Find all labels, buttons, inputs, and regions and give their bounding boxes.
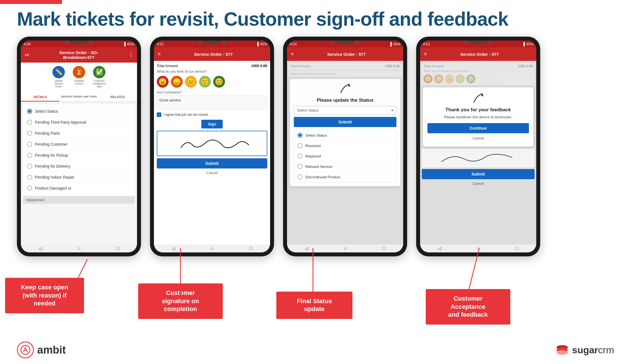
phone4-continue-button[interactable]: Continue [427, 123, 529, 133]
status-item-parts[interactable]: Pending Parts [23, 128, 135, 139]
phone4-time: 4:51 [423, 42, 430, 46]
radio3-replaced [297, 154, 303, 159]
phone3-title: Service Order - 577 [294, 52, 399, 57]
status-item-damaged[interactable]: Product Damaged or [23, 183, 135, 194]
phone3-shell: 4:51 ▌45% ≡ Service Order - 577 Total Am… [283, 37, 407, 256]
phone1-dot2 [90, 41, 92, 43]
phone2-comments-field[interactable]: Good service [157, 96, 267, 110]
emoji-very-happy[interactable]: 😊 [213, 76, 225, 88]
phone1-nav-recents[interactable]: □ [116, 246, 119, 251]
status-item-indoor[interactable]: Pending Indoor Repair [23, 172, 135, 183]
phone3-dot2 [356, 41, 359, 43]
svg-point-9 [557, 350, 568, 355]
phone4-cancel-link[interactable]: Cancel [427, 135, 529, 141]
phone4-nav-home[interactable]: ○ [477, 246, 480, 251]
phone2-comments-label: Any Comments? [157, 90, 267, 94]
phone2-screen-content: Total Amount USD 0.00 What do you think … [154, 61, 270, 245]
red-box1-text: Keep case open(with reason) ifneeded [21, 284, 68, 307]
phone3-radio-discontinued[interactable]: Discontinued Product [294, 172, 396, 182]
phone2-nav-recents[interactable]: □ [250, 246, 252, 251]
ambit-icon-svg [20, 345, 31, 355]
phone3-submit-button[interactable]: Submit [294, 117, 396, 127]
phone1-bottom-nav: ◁ ○ □ [21, 245, 137, 252]
tab-related[interactable]: RELATED [98, 93, 137, 101]
phone4-submit-area: Submit Cancel [422, 169, 535, 187]
phone4-thankyou-modal: Thank you for your feedback Please hando… [423, 87, 533, 147]
red-box4-text: CustomerAcceptanceand feedback [448, 295, 488, 318]
pending-actions-btn[interactable]: ⏳ Pending Actions [71, 66, 87, 88]
phone2-nav-back[interactable]: ◁ [172, 246, 175, 251]
phone2-menu-icon[interactable]: ≡ [158, 52, 160, 57]
phone2-nav-home[interactable]: ○ [211, 246, 214, 251]
phone2-agree-row: ✓ I agree that job can be closed. [157, 112, 267, 117]
emoji-neutral[interactable]: 😐 [185, 76, 197, 88]
phone4-cancel-link2[interactable]: Cancel [422, 180, 535, 187]
phone3-radio-refused[interactable]: Refused Service [294, 161, 396, 172]
phone2-cancel-link[interactable]: Cancel [157, 170, 267, 176]
status-item-customer[interactable]: Pending Customer [23, 139, 135, 150]
tab-details[interactable]: DETAILS [21, 93, 59, 101]
phone3-select-status[interactable]: Select Status ▾ [294, 106, 396, 115]
phone4-thankyou-title: Thank you for your feedback [427, 107, 529, 113]
status-item-third-party[interactable]: Pending Third Party Approval [23, 117, 135, 128]
phone2-signature-box[interactable] [157, 131, 267, 156]
phone2-sign-button[interactable]: Sign [201, 120, 223, 128]
status-label-indoor: Pending Indoor Repair [35, 175, 74, 179]
phone4-pen-icon [427, 92, 529, 105]
radio-customer [27, 142, 32, 147]
status-item-select[interactable]: Select Status [23, 106, 135, 117]
phone1-more-icon[interactable]: ⋮ [129, 52, 133, 58]
status-item-delivery[interactable]: Pending for Delivery [23, 161, 135, 172]
phone1-nav-back[interactable]: ◁ [39, 246, 42, 251]
phone3-radio-select[interactable]: Select Status [294, 130, 396, 141]
phone3-radio-resolved[interactable]: Resolved [294, 141, 396, 151]
phone4-submit-button[interactable]: Submit [422, 169, 535, 179]
phone4-dot1 [465, 41, 467, 43]
red-box-final-status: Final Statusupdate [276, 292, 352, 319]
phone3-nav-back[interactable]: ◁ [305, 246, 308, 251]
phone2-total-row: Total Amount USD 0.00 [157, 64, 267, 68]
ambit-logo-text: ambit [37, 344, 66, 356]
emoji-angry[interactable]: 😠 [157, 76, 169, 88]
phone3-dot1 [332, 41, 334, 43]
phone4-nav-back[interactable]: ◁ [438, 246, 441, 251]
emoji-happy[interactable]: 🙂 [199, 76, 211, 88]
phone3-nav-recents[interactable]: □ [383, 246, 385, 251]
radio-delivery [27, 164, 32, 169]
tab-service-order-line-items[interactable]: SERVICE ORDER LINE ITEMS [59, 93, 98, 101]
phone1-nav-tabs: DETAILS SERVICE ORDER LINE ITEMS RELATED [21, 93, 137, 102]
emoji-sad[interactable]: 😞 [171, 76, 183, 88]
phone4-screen-content: Total Amount:USD 0.00 What do you think … [420, 61, 536, 245]
phone4-menu-icon[interactable]: ≡ [424, 52, 427, 57]
phone3-bottom-nav: ◁ ○ □ [287, 245, 403, 252]
status-item-pickup[interactable]: Pending for Pickup [23, 150, 135, 161]
update-service-order-btn[interactable]: ✏️ Update Service Order [51, 66, 66, 88]
red-box-signature: Customersignature oncompletion [138, 283, 223, 319]
customer-feedback-btn[interactable]: ✅ Customer Feedback & Sign [92, 66, 107, 88]
phone1-dot1 [65, 41, 68, 43]
pending-actions-icon: ⏳ [73, 66, 85, 78]
phone2-submit-button[interactable]: Submit [157, 158, 267, 168]
phone3-speaker [337, 41, 354, 43]
ambit-logo: ambit [17, 341, 66, 358]
phone1-screen-content: Select Status Pending Third Party Approv… [21, 102, 137, 245]
phone2-agree-checkbox[interactable]: ✓ [157, 112, 161, 117]
radio-pickup [27, 153, 32, 158]
customer-feedback-label: Customer Feedback & Sign [92, 79, 107, 88]
page-title: Mark tickets for revisit, Customer sign-… [17, 8, 508, 30]
phone2-wrapper: 4:51 ▌45% ≡ Service Order - 577 Total Am… [150, 37, 274, 256]
phone2-header: ≡ Service Order - 577 [154, 47, 270, 61]
phone4-speaker [470, 41, 487, 43]
phone4-nav-recents[interactable]: □ [516, 246, 519, 251]
phone3-radio-replaced[interactable]: Replaced [294, 151, 396, 161]
phone1-notch [65, 41, 92, 43]
phone1-nav-home[interactable]: ○ [78, 246, 81, 251]
radio-damaged [27, 186, 32, 191]
phones-row: 4:50 ▌45% ‹ ≡ Service Order - SO-Breakdo… [17, 37, 540, 256]
phone4-battery: ▌45% [524, 42, 533, 46]
phone3-menu-icon[interactable]: ≡ [291, 52, 294, 57]
phone4-wrapper: 4:51 ▌45% ≡ Service Order - 577 Total Am… [416, 37, 540, 256]
phone3-nav-home[interactable]: ○ [344, 246, 347, 251]
phone1-menu-icon[interactable]: ≡ [26, 52, 29, 57]
phone4-shell: 4:51 ▌45% ≡ Service Order - 577 Total Am… [416, 37, 540, 256]
